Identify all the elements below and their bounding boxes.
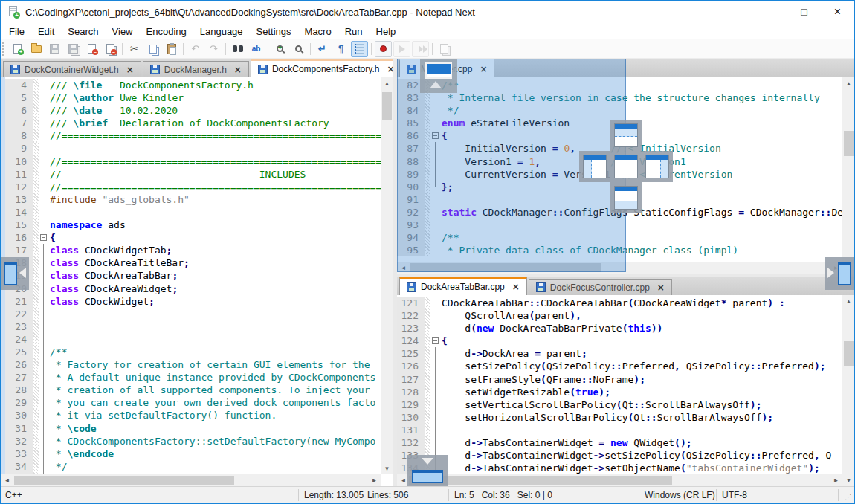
bookmark-margin[interactable] xyxy=(33,409,39,421)
tab-dockcontainerwidget-h[interactable]: DockContainerWidget.h× xyxy=(3,61,141,77)
scrollbar-thumb[interactable] xyxy=(14,476,234,485)
fold-margin[interactable] xyxy=(39,193,48,206)
scrollbar-thumb[interactable] xyxy=(844,341,854,366)
bookmark-margin[interactable] xyxy=(33,155,39,168)
bookmark-margin[interactable] xyxy=(425,436,430,449)
menu-language[interactable]: Language xyxy=(193,25,250,39)
fold-margin[interactable] xyxy=(39,422,48,435)
close-tab-icon[interactable]: × xyxy=(512,282,520,291)
fold-margin[interactable] xyxy=(39,371,48,384)
scrollbar-vertical-left-pane[interactable]: ▲ ▼ xyxy=(381,77,393,474)
bookmark-margin[interactable] xyxy=(33,358,39,371)
bookmark-margin[interactable] xyxy=(33,460,39,473)
bookmark-margin[interactable] xyxy=(425,360,430,372)
fold-margin[interactable] xyxy=(39,460,48,473)
bookmark-margin[interactable] xyxy=(33,79,39,91)
bookmark-margin[interactable] xyxy=(33,181,39,193)
bookmark-margin[interactable] xyxy=(33,282,39,295)
bookmark-margin[interactable] xyxy=(33,104,39,117)
tab-dockcomponentsfactory-h[interactable]: DockComponentsFactory.h× xyxy=(251,59,402,77)
fold-margin[interactable] xyxy=(39,129,48,142)
fold-margin[interactable] xyxy=(39,256,48,269)
close-tab-icon[interactable]: × xyxy=(234,65,242,74)
fold-margin[interactable] xyxy=(430,436,440,449)
bookmark-margin[interactable] xyxy=(33,244,39,256)
scroll-left-arrow[interactable]: ◄ xyxy=(1,474,13,486)
bookmark-margin[interactable] xyxy=(425,322,430,335)
bookmark-margin[interactable] xyxy=(33,346,39,358)
bookmark-margin[interactable] xyxy=(425,386,430,398)
bookmark-margin[interactable] xyxy=(425,411,430,424)
bookmark-margin[interactable] xyxy=(425,297,430,309)
save-button[interactable] xyxy=(46,41,63,57)
menu-search[interactable]: Search xyxy=(61,25,105,39)
bookmark-margin[interactable] xyxy=(33,193,39,206)
replace-button[interactable]: ab xyxy=(248,41,265,57)
scroll-down-arrow[interactable]: ▼ xyxy=(381,462,393,474)
fold-margin[interactable] xyxy=(430,411,440,424)
bookmark-margin[interactable] xyxy=(33,168,39,181)
fold-margin[interactable] xyxy=(39,142,48,155)
new-file-button[interactable]: + xyxy=(9,41,26,57)
scrollbar-thumb[interactable] xyxy=(844,131,854,156)
bookmark-margin[interactable] xyxy=(33,91,39,104)
dock-indicator-right[interactable] xyxy=(642,151,673,182)
menu-settings[interactable]: Settings xyxy=(250,25,298,39)
maximize-button[interactable]: □ xyxy=(787,1,821,23)
fold-margin[interactable] xyxy=(39,104,48,117)
show-all-characters-button[interactable]: ¶ xyxy=(332,41,349,57)
fold-margin[interactable] xyxy=(39,358,48,371)
indentation-guides-button[interactable] xyxy=(351,41,368,57)
bookmark-margin[interactable] xyxy=(425,373,430,386)
scroll-up-arrow[interactable]: ▲ xyxy=(842,77,855,89)
dock-indicator-top[interactable] xyxy=(610,120,642,151)
bookmark-margin[interactable] xyxy=(33,256,39,269)
fold-margin[interactable] xyxy=(39,155,48,168)
fold-margin[interactable] xyxy=(39,117,48,129)
fold-margin[interactable] xyxy=(39,384,48,396)
editor-dock-area-tab-bar[interactable]: 121CDockAreaTabBar::CDockAreaTabBar(CDoc… xyxy=(397,295,842,474)
bookmark-margin[interactable] xyxy=(33,371,39,384)
dock-edge-bottom-indicator[interactable] xyxy=(407,455,448,486)
bookmark-margin[interactable] xyxy=(33,129,39,142)
scrollbar-thumb[interactable] xyxy=(409,476,672,485)
redo-button[interactable]: ↷ xyxy=(205,41,222,57)
scroll-up-arrow[interactable]: ▲ xyxy=(842,295,855,307)
bookmark-margin[interactable] xyxy=(33,308,39,320)
paste-button[interactable] xyxy=(163,41,180,57)
dock-edge-left-indicator[interactable] xyxy=(1,257,29,290)
bookmark-margin[interactable] xyxy=(33,396,39,409)
fold-collapse-icon[interactable] xyxy=(432,337,439,344)
status-language[interactable]: C++ xyxy=(5,490,22,500)
fold-margin[interactable] xyxy=(430,322,440,335)
fold-margin[interactable] xyxy=(39,219,48,231)
scrollbar-thumb[interactable] xyxy=(382,92,392,120)
scrollbar-horizontal-left-pane[interactable]: ◄ ► xyxy=(1,474,381,486)
fold-margin[interactable] xyxy=(39,244,48,256)
close-button[interactable]: – xyxy=(83,41,100,57)
status-encoding[interactable]: UTF-8 xyxy=(722,490,747,500)
menu-help[interactable]: Help xyxy=(370,25,403,39)
bookmark-margin[interactable] xyxy=(33,333,39,346)
fold-margin[interactable] xyxy=(39,206,48,219)
toolbar-grip[interactable] xyxy=(2,42,6,56)
menu-edit[interactable]: Edit xyxy=(31,25,61,39)
fold-margin[interactable] xyxy=(430,335,440,347)
close-all-button[interactable]: – xyxy=(102,41,119,57)
fold-margin[interactable] xyxy=(39,282,48,295)
close-tab-icon[interactable]: × xyxy=(126,65,134,74)
dock-indicator-left[interactable] xyxy=(579,151,610,182)
open-file-button[interactable] xyxy=(28,41,45,57)
bookmark-margin[interactable] xyxy=(425,309,430,322)
tab-dockfocuscontroller-cpp[interactable]: DockFocusController.cpp× xyxy=(529,279,672,295)
bookmark-margin[interactable] xyxy=(33,448,39,460)
fold-margin[interactable] xyxy=(430,360,440,372)
menu-file[interactable]: File xyxy=(2,25,31,39)
find-button[interactable] xyxy=(229,41,246,57)
tab-dockareatabbar-cpp[interactable]: DockAreaTabBar.cpp× xyxy=(399,277,527,295)
macro-record-button[interactable] xyxy=(375,41,392,57)
fold-margin[interactable] xyxy=(39,333,48,346)
cut-button[interactable]: ✂ xyxy=(126,41,143,57)
scrollbar-horizontal-bottom-right-pane[interactable]: ◄ ► xyxy=(397,474,842,486)
menu-encoding[interactable]: Encoding xyxy=(140,25,193,39)
